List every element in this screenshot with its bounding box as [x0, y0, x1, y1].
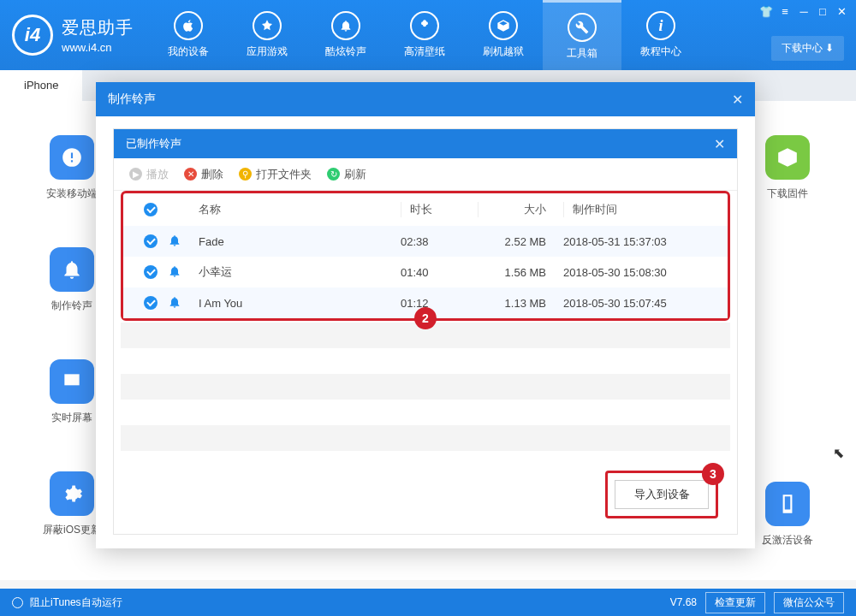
nav-flash[interactable]: 刷机越狱 — [464, 0, 543, 70]
box-icon — [489, 11, 518, 40]
nav-label: 刷机越狱 — [483, 44, 524, 59]
table-row[interactable]: Fade 02:38 2.52 MB 2018-05-31 15:37:03 — [123, 226, 728, 257]
brand-logo: i4 — [12, 15, 53, 56]
table-row[interactable]: 小幸运 01:40 1.56 MB 2018-05-30 15:08:30 — [123, 257, 728, 287]
tool-label: 制作铃声 — [51, 299, 92, 313]
tool-label: 屏蔽iOS更新 — [43, 523, 101, 537]
nav-wallpapers[interactable]: 高清壁纸 — [385, 0, 464, 70]
header-duration[interactable]: 时长 — [401, 202, 478, 217]
close-icon[interactable]: ✕ — [714, 136, 725, 152]
refresh-label: 刷新 — [344, 167, 366, 182]
make-ringtone-modal: 制作铃声 ✕ 已制作铃声 ✕ ▶ 播放 ✕ 删除 ⚲ 打开文件夹 ↻ 刷新 — [96, 82, 755, 548]
modal-inner-header: 已制作铃声 ✕ — [114, 129, 737, 158]
nav-label: 应用游戏 — [247, 44, 288, 59]
skin-icon[interactable]: 👕 — [757, 3, 776, 19]
row-checkbox[interactable] — [144, 265, 158, 279]
callout-2: 2 — [414, 307, 437, 329]
tool-label: 安装移动端 — [46, 187, 98, 201]
close-icon[interactable]: ✕ — [732, 92, 743, 108]
row-checkbox[interactable] — [144, 296, 158, 310]
radio-icon[interactable] — [12, 597, 23, 608]
ringtone-icon — [168, 237, 181, 250]
cell-duration: 01:12 — [401, 297, 478, 310]
wechat-button[interactable]: 微信公众号 — [774, 592, 844, 613]
download-center-button[interactable]: 下载中心 ⬇ — [771, 36, 844, 61]
play-label: 播放 — [146, 167, 169, 182]
header-name[interactable]: 名称 — [199, 202, 401, 217]
gear-icon — [50, 471, 94, 516]
delete-label: 删除 — [201, 167, 223, 182]
tool-install-mobile[interactable]: 安装移动端 — [43, 135, 101, 201]
delete-button[interactable]: ✕ 删除 — [184, 167, 223, 182]
header-time[interactable]: 制作时间 — [563, 202, 717, 217]
left-tools: 安装移动端 制作铃声 实时屏幕 屏蔽iOS更新 — [43, 135, 101, 537]
menu-icon[interactable]: ≡ — [776, 3, 794, 19]
cell-size: 1.56 MB — [478, 266, 563, 279]
status-bar: 阻止iTunes自动运行 V7.68 检查更新 微信公众号 — [0, 589, 856, 616]
import-to-device-button[interactable]: 导入到设备 — [615, 480, 709, 509]
tool-screen[interactable]: 实时屏幕 — [43, 359, 101, 425]
nav-toolbox[interactable]: 工具箱 — [543, 0, 621, 70]
cell-name: I Am You — [199, 297, 401, 310]
nav-label: 我的设备 — [168, 44, 209, 59]
modal-outer-header: 制作铃声 ✕ — [96, 82, 755, 116]
tab-iphone[interactable]: iPhone — [0, 70, 82, 101]
check-update-button[interactable]: 检查更新 — [705, 592, 765, 613]
play-button[interactable]: ▶ 播放 — [129, 167, 169, 182]
main-nav: 我的设备 应用游戏 酷炫铃声 高清壁纸 刷机越狱 工具箱 i 教程中心 — [149, 0, 700, 70]
folder-icon: ⚲ — [239, 168, 252, 181]
brand-block: i4 爱思助手 www.i4.cn — [0, 15, 149, 56]
tool-block-update[interactable]: 屏蔽iOS更新 — [43, 471, 101, 537]
open-folder-label: 打开文件夹 — [256, 167, 312, 182]
ringtone-toolbar: ▶ 播放 ✕ 删除 ⚲ 打开文件夹 ↻ 刷新 — [114, 158, 737, 191]
cell-duration: 01:40 — [401, 266, 478, 279]
header-size[interactable]: 大小 — [478, 202, 563, 217]
tool-label: 反激活设备 — [762, 533, 813, 548]
nav-apps[interactable]: 应用游戏 — [228, 0, 306, 70]
nav-label: 高清壁纸 — [404, 44, 445, 59]
apple-icon — [174, 11, 203, 40]
tool-make-ringtone[interactable]: 制作铃声 — [43, 247, 101, 313]
made-ringtones-modal: 已制作铃声 ✕ ▶ 播放 ✕ 删除 ⚲ 打开文件夹 ↻ 刷新 — [113, 128, 738, 535]
ringtone-icon — [168, 268, 181, 281]
nav-my-device[interactable]: 我的设备 — [149, 0, 228, 70]
close-icon[interactable]: ✕ — [832, 3, 851, 19]
callout-3: 3 — [702, 463, 724, 485]
itunes-block-label[interactable]: 阻止iTunes自动运行 — [30, 595, 122, 610]
tool-label: 下载固件 — [767, 187, 808, 201]
status-right: V7.68 检查更新 微信公众号 — [670, 592, 844, 613]
status-left: 阻止iTunes自动运行 — [12, 595, 122, 610]
nav-ringtones[interactable]: 酷炫铃声 — [306, 0, 385, 70]
window-controls: 👕 ≡ ─ □ ✕ — [757, 3, 851, 19]
nav-label: 教程中心 — [640, 44, 681, 59]
minimize-icon[interactable]: ─ — [794, 3, 813, 19]
ringtone-icon — [50, 247, 94, 292]
modal-footer: 导入到设备 3 — [605, 471, 718, 518]
import-highlight: 导入到设备 3 — [605, 471, 718, 518]
row-checkbox[interactable] — [144, 234, 158, 248]
tool-deactivate[interactable]: 反激活设备 — [762, 482, 813, 548]
nav-label: 酷炫铃声 — [325, 44, 366, 59]
cell-name: 小幸运 — [199, 264, 401, 280]
app-header: i4 爱思助手 www.i4.cn 我的设备 应用游戏 酷炫铃声 高清壁纸 刷机… — [0, 0, 856, 70]
modal-outer-title: 制作铃声 — [108, 92, 156, 107]
cell-time: 2018-05-30 15:07:45 — [563, 297, 717, 310]
download-icon: ⬇ — [825, 42, 834, 54]
nav-tutorials[interactable]: i 教程中心 — [621, 0, 700, 70]
tool-download-firmware[interactable]: 下载固件 — [762, 135, 813, 201]
cell-duration: 02:38 — [401, 235, 478, 248]
maximize-icon[interactable]: □ — [813, 3, 832, 19]
cell-time: 2018-05-30 15:08:30 — [563, 266, 717, 279]
table-header: 名称 时长 大小 制作时间 — [123, 193, 728, 226]
screen-icon — [50, 359, 94, 404]
info-icon: i — [646, 11, 675, 40]
refresh-button[interactable]: ↻ 刷新 — [327, 167, 366, 182]
cell-size: 2.52 MB — [478, 235, 563, 248]
tool-label: 实时屏幕 — [51, 411, 92, 425]
cell-name: Fade — [199, 235, 401, 248]
cube-icon — [765, 135, 810, 180]
open-folder-button[interactable]: ⚲ 打开文件夹 — [239, 167, 312, 182]
empty-rows — [114, 321, 737, 477]
select-all-checkbox[interactable] — [144, 203, 158, 216]
phone-icon — [765, 482, 810, 526]
